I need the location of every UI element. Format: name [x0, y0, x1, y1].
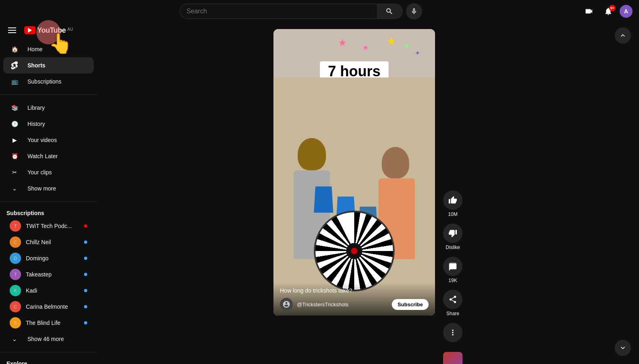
sidebar-item-your-clips[interactable]: ✂ Your clips	[3, 164, 94, 180]
mic-button[interactable]	[406, 3, 422, 19]
channel-avatar	[280, 298, 293, 311]
dislike-icon	[443, 224, 462, 243]
main-content: ★ ★ ★ ★ ✦ 7 hours	[97, 23, 639, 364]
notification-dot-domingo	[84, 257, 87, 260]
video-actions: 10M Dislike 19K	[443, 29, 462, 364]
notification-badge: 9+	[609, 5, 616, 11]
sidebar-top: YouTube AU	[0, 23, 97, 41]
search-bar	[180, 3, 422, 19]
avatar-twittech: T	[10, 220, 21, 232]
sub-label-twittech: TWiT Tech Podc...	[26, 223, 72, 229]
sidebar-item-subscriptions[interactable]: 📺 Subscriptions	[3, 73, 94, 90]
sidebar-item-library[interactable]: 📚 Library	[3, 100, 94, 116]
search-input[interactable]	[180, 4, 377, 19]
live-indicator-twittech	[84, 224, 87, 228]
history-icon: 🕐	[10, 119, 19, 129]
like-icon	[443, 190, 462, 210]
dartboard-bullseye	[351, 248, 357, 254]
sub-label-kadi: Kadi	[26, 287, 37, 294]
sidebar-item-your-videos[interactable]: ▶ Your videos	[3, 132, 94, 148]
show-more-label: Show more	[27, 185, 56, 192]
home-icon: 🏠	[10, 44, 19, 54]
youtube-logo[interactable]: YouTube AU	[24, 26, 73, 35]
notification-dot-chillzneil	[84, 241, 87, 244]
like-count: 10M	[448, 211, 457, 217]
subscriptions-icon: 📺	[10, 77, 19, 86]
share-icon	[443, 290, 462, 309]
video-scene: ★ ★ ★ ★ ✦ 7 hours	[273, 29, 435, 316]
video-caption: How long do trickshots take?	[280, 287, 429, 294]
hamburger-button[interactable]	[6, 26, 18, 35]
shorts-player: ★ ★ ★ ★ ✦ 7 hours	[273, 29, 462, 364]
live-dot	[84, 224, 87, 228]
sidebar: YouTube AU 🏠 Home Shorts 📺 Subscriptions…	[0, 0, 97, 364]
search-icon	[385, 7, 393, 15]
share-label: Share	[446, 311, 459, 316]
dartboard-outer	[314, 211, 395, 291]
avatar-kadi: K	[10, 285, 21, 296]
notifications-button[interactable]: 9+	[600, 3, 616, 19]
sub-label-domingo: Domingo	[26, 255, 48, 261]
dislike-button[interactable]: Dislike	[443, 224, 462, 250]
create-icon	[584, 7, 593, 16]
chevron-down-icon-subs: ⌄	[10, 334, 19, 344]
watch-later-icon: ⏰	[10, 151, 19, 161]
cup-1	[314, 186, 333, 213]
create-button[interactable]	[581, 3, 597, 19]
show-more-button[interactable]: ⌄ Show more	[3, 180, 94, 197]
subscribe-button[interactable]: Subscribe	[392, 299, 429, 310]
sidebar-item-history[interactable]: 🕐 History	[3, 116, 94, 132]
search-button[interactable]	[377, 4, 403, 19]
comment-button[interactable]: 19K	[443, 257, 462, 283]
sidebar-item-watch-later[interactable]: ⏰ Watch Later	[3, 148, 94, 164]
avatar-takeastep: T	[10, 269, 21, 280]
header-right: 9+ A	[581, 3, 633, 19]
avatar-chillzneil: C	[10, 236, 21, 248]
next-video-thumbnail[interactable]	[443, 352, 462, 364]
more-icon	[443, 323, 462, 342]
notification-dot-takeastep	[84, 273, 87, 276]
explore-section-title: Explore	[0, 357, 97, 364]
country-badge: AU	[67, 27, 73, 31]
sidebar-item-subscriptions-label: Subscriptions	[27, 78, 61, 85]
more-options-button[interactable]	[443, 323, 462, 342]
subscriptions-section-title: Subscriptions	[0, 207, 97, 218]
sidebar-item-home-label: Home	[27, 46, 42, 52]
subscription-item-domingo[interactable]: D Domingo	[3, 250, 94, 266]
scroll-up-button[interactable]	[615, 27, 631, 44]
youtube-logo-icon	[24, 26, 36, 34]
sidebar-item-home[interactable]: 🏠 Home	[3, 41, 94, 57]
chevron-down-icon: ⌄	[10, 184, 19, 193]
avatar-blindlife: B	[10, 317, 21, 328]
subscription-item-carina[interactable]: C Carina Belmonte	[3, 299, 94, 315]
scroll-down-button[interactable]	[615, 340, 631, 356]
subscription-item-kadi[interactable]: K Kadi	[3, 282, 94, 299]
avatar-carina: C	[10, 301, 21, 312]
shorts-video-container[interactable]: ★ ★ ★ ★ ✦ 7 hours	[273, 29, 435, 316]
top-header: 9+ A	[97, 0, 639, 23]
your-videos-icon: ▶	[10, 135, 19, 145]
sidebar-item-your-clips-label: Your clips	[27, 169, 52, 176]
like-button[interactable]: 10M	[443, 190, 462, 217]
subscription-item-twittech[interactable]: T TWiT Tech Podc...	[3, 218, 94, 234]
sidebar-item-watch-later-label: Watch Later	[27, 153, 58, 159]
notification-dot-blindlife	[84, 321, 87, 324]
dartboard	[314, 211, 395, 291]
video-overlay: How long do trickshots take? @Tricksters…	[273, 282, 435, 316]
sidebar-item-history-label: History	[27, 121, 45, 127]
show-46-more-label: Show 46 more	[27, 336, 64, 342]
share-button[interactable]: Share	[443, 290, 462, 316]
shorts-icon	[10, 61, 19, 70]
user-avatar[interactable]: A	[620, 5, 633, 18]
sidebar-item-your-videos-label: Your videos	[27, 137, 57, 143]
notification-dot-kadi	[84, 289, 87, 292]
subscription-item-chillzneil[interactable]: C Chillz Neil	[3, 234, 94, 250]
avatar-domingo: D	[10, 253, 21, 264]
comment-icon	[443, 257, 462, 276]
subscription-item-takeastep[interactable]: T Takeastep	[3, 266, 94, 282]
show-46-more-button[interactable]: ⌄ Show 46 more	[3, 331, 94, 347]
mic-icon	[410, 8, 418, 15]
sub-label-blindlife: The Blind Life	[26, 320, 61, 326]
subscription-item-blindlife[interactable]: B The Blind Life	[3, 315, 94, 331]
sidebar-item-shorts[interactable]: Shorts	[3, 57, 94, 73]
